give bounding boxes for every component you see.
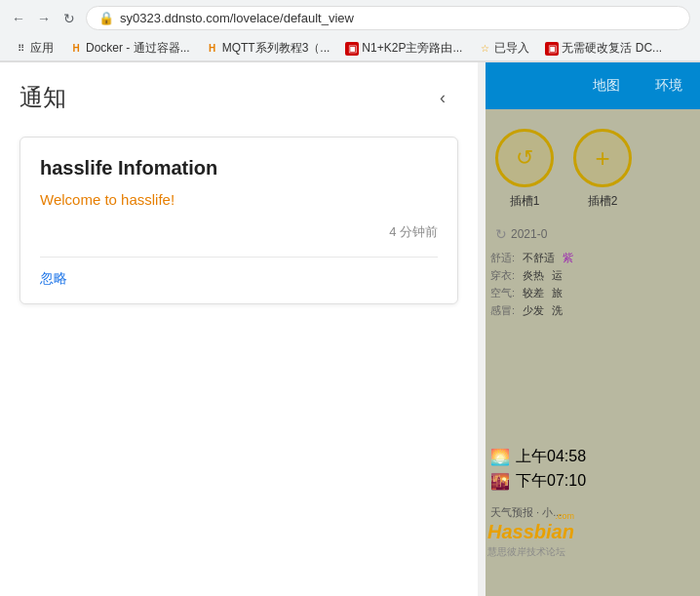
clothing-val1: 炎热	[523, 268, 544, 283]
air-row: 空气: 较差 旅	[490, 286, 573, 300]
hassbian-sub: 慧思彼岸技术论坛	[487, 545, 574, 559]
air-val1: 较差	[523, 286, 544, 300]
hassbian-brand: Hassbian	[487, 521, 574, 542]
ha-tab-env[interactable]: 环境	[647, 73, 690, 99]
ha-date-text: 2021-0	[511, 227, 547, 241]
notification-panel: 通知 ‹ hasslife Infomation Welcome to hass…	[0, 62, 478, 596]
comfort-val2: 紫	[563, 251, 573, 265]
sunset-icon: 🌇	[490, 472, 510, 491]
bookmark-dc-label: 无需硬改复活 DC...	[562, 40, 662, 57]
imported-icon: ☆	[478, 42, 491, 56]
page-content: 地图 环境 ↺ 插槽1 + 插槽2	[0, 62, 700, 596]
bookmark-docker[interactable]: H Docker - 通过容器...	[63, 38, 196, 59]
bookmark-dc[interactable]: ▣ 无需硬改复活 DC...	[539, 38, 668, 59]
cold-row: 感冒: 少发 洗	[490, 303, 573, 318]
refresh-icon-small: ↻	[495, 226, 507, 242]
ha-date-area: ↻ 2021-0	[495, 226, 547, 242]
comfort-val1: 不舒适	[523, 251, 555, 265]
hassbian-brand-area: .com Hassbian	[487, 521, 574, 543]
air-val2: 旅	[552, 286, 563, 300]
plug1-button[interactable]: ↺	[495, 129, 554, 187]
mqtt-icon: H	[206, 42, 219, 56]
plug1-icon: ↺	[516, 145, 533, 171]
comfort-row: 舒适: 不舒适 紫	[490, 251, 573, 265]
sunrise-row: 🌅 上午04:58	[490, 447, 586, 467]
plug2-label: 插槽2	[588, 193, 618, 210]
back-button[interactable]: ←	[10, 10, 27, 27]
address-bar[interactable]: 🔒 sy0323.ddnsto.com/lovelace/default_vie…	[86, 6, 690, 30]
docker-icon: H	[69, 42, 83, 56]
browser-nav: ← → ↻ 🔒 sy0323.ddnsto.com/lovelace/defau…	[0, 0, 700, 36]
url-text: sy0323.ddnsto.com/lovelace/default_view	[120, 11, 354, 25]
hassbian-com: .com	[555, 511, 574, 521]
notification-card: hasslife Infomation Welcome to hasslife!…	[19, 137, 458, 304]
bookmark-mqtt[interactable]: H MQTT系列教程3（...	[200, 38, 336, 59]
plugs-container: ↺ 插槽1 + 插槽2	[495, 129, 632, 210]
plug2-group: + 插槽2	[573, 129, 632, 210]
bookmark-imported-label: 已导入	[494, 40, 529, 57]
bookmark-apps-label: 应用	[30, 40, 54, 57]
ha-header: 地图 环境	[486, 62, 700, 109]
ha-tab-map[interactable]: 地图	[585, 73, 628, 99]
weather-label: 天气预报 · 小...	[490, 505, 562, 520]
bookmark-apps[interactable]: ⠿ 应用	[8, 38, 59, 59]
bookmark-imported[interactable]: ☆ 已导入	[472, 38, 535, 59]
bookmark-n1[interactable]: ▣ N1+K2P主旁路由...	[339, 38, 468, 59]
ha-body: ↺ 插槽1 + 插槽2 ↻ 2021-0	[486, 109, 700, 596]
lock-icon: 🔒	[98, 11, 114, 25]
sunset-time: 下午07:10	[516, 471, 586, 492]
plug2-icon: +	[595, 143, 609, 174]
sunset-row: 🌇 下午07:10	[490, 471, 586, 492]
sun-times: 🌅 上午04:58 🌇 下午07:10	[490, 447, 586, 496]
sunrise-time: 上午04:58	[516, 447, 586, 467]
plug1-label: 插槽1	[510, 193, 540, 210]
comfort-label: 舒适:	[490, 251, 515, 265]
notification-header: 通知 ‹	[19, 82, 458, 113]
apps-icon: ⠿	[14, 42, 27, 56]
air-label: 空气:	[490, 286, 515, 300]
ha-date-row: ↻ 2021-0	[495, 226, 547, 242]
cold-val2: 洗	[552, 303, 563, 318]
n1-icon: ▣	[345, 42, 359, 56]
plug2-button[interactable]: +	[573, 129, 632, 187]
notif-card-time: 4 分钟前	[40, 223, 438, 241]
clothing-label: 穿衣:	[490, 268, 515, 283]
bookmark-docker-label: Docker - 通过容器...	[86, 40, 190, 57]
cold-val1: 少发	[523, 303, 544, 318]
dismiss-button[interactable]: 忽略	[40, 270, 67, 288]
forward-button[interactable]: →	[35, 10, 53, 27]
clothing-row: 穿衣: 炎热 运	[490, 268, 573, 283]
dc-icon: ▣	[545, 42, 559, 56]
notification-title: 通知	[19, 82, 66, 113]
sunrise-icon: 🌅	[490, 448, 510, 466]
notif-card-divider	[40, 257, 438, 258]
ha-info-rows: 舒适: 不舒适 紫 穿衣: 炎热 运 空气: 较差 旅 感冒: 少发 洗	[490, 251, 573, 321]
hassbian-area: .com Hassbian 慧思彼岸技术论坛	[487, 521, 574, 559]
bookmark-mqtt-label: MQTT系列教程3（...	[222, 40, 331, 57]
cold-label: 感冒:	[490, 303, 515, 318]
refresh-button[interactable]: ↻	[60, 10, 78, 27]
bookmark-n1-label: N1+K2P主旁路由...	[362, 40, 462, 57]
bookmarks-bar: ⠿ 应用 H Docker - 通过容器... H MQTT系列教程3（... …	[0, 36, 700, 61]
plug1-group: ↺ 插槽1	[495, 129, 554, 210]
chevron-button[interactable]: ‹	[427, 82, 458, 113]
clothing-val2: 运	[552, 268, 563, 283]
notif-card-title: hasslife Infomation	[40, 157, 438, 179]
browser-chrome: ← → ↻ 🔒 sy0323.ddnsto.com/lovelace/defau…	[0, 0, 700, 62]
notif-card-message: Welcome to hasslife!	[40, 191, 438, 208]
